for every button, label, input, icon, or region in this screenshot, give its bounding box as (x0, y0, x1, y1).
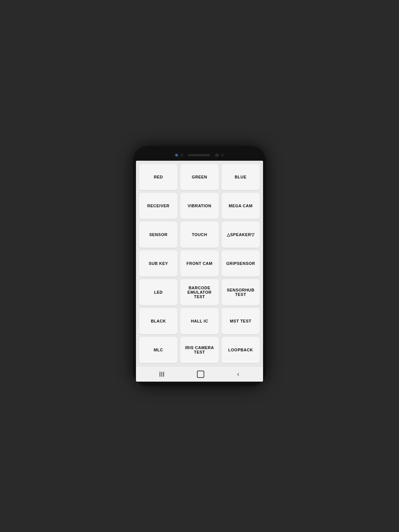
proximity-sensor (175, 154, 178, 157)
grid-cell-barcode-emulator-test[interactable]: BARCODE EMULATOR TEST (180, 279, 219, 306)
navigation-bar: ‹ (136, 366, 263, 382)
grid-cell-red[interactable]: RED (139, 164, 178, 190)
grid-cell-gripsensor[interactable]: GRIPSENSOR (221, 250, 260, 277)
diagnostic-grid: REDGREENBLUERECEIVERVIBRATIONMEGA CAMSEN… (136, 161, 263, 366)
grid-cell-receiver[interactable]: RECEIVER (139, 192, 178, 219)
iris-sensor (180, 154, 183, 157)
grid-cell-led[interactable]: LED (139, 279, 178, 306)
back-button[interactable]: ‹ (237, 370, 239, 378)
grid-cell-touch[interactable]: TOUCH (180, 221, 219, 248)
phone-top-bar (136, 150, 263, 161)
grid-cell-hall-ic[interactable]: HALL IC (180, 308, 219, 334)
grid-cell-mst-test[interactable]: MST TEST (221, 308, 260, 334)
front-camera (215, 153, 219, 157)
screen: REDGREENBLUERECEIVERVIBRATIONMEGA CAMSEN… (136, 161, 263, 382)
grid-cell-speaker[interactable]: △SPEAKER▽ (221, 221, 260, 248)
phone-frame: REDGREENBLUERECEIVERVIBRATIONMEGA CAMSEN… (133, 146, 266, 386)
grid-cell-blue[interactable]: BLUE (221, 164, 260, 190)
grid-cell-green[interactable]: GREEN (180, 164, 219, 190)
grid-cell-sub-key[interactable]: SUB KEY (139, 250, 178, 277)
grid-cell-loopback[interactable]: LOOPBACK (221, 337, 260, 363)
grid-cell-mega-cam[interactable]: MEGA CAM (221, 192, 260, 219)
speaker-dot (221, 154, 224, 157)
grid-cell-mlc[interactable]: MLC (139, 337, 178, 363)
earpiece (188, 154, 210, 156)
recent-apps-button[interactable] (160, 372, 164, 377)
grid-cell-front-cam[interactable]: FRONT CAM (180, 250, 219, 277)
grid-cell-iris-camera-test[interactable]: IRIS CAMERA TEST (180, 337, 219, 363)
grid-cell-black[interactable]: BLACK (139, 308, 178, 334)
grid-cell-sensorhub-test[interactable]: SENSORHUB TEST (221, 279, 260, 306)
grid-cell-sensor[interactable]: SENSOR (139, 221, 178, 248)
home-button[interactable] (197, 371, 204, 378)
grid-cell-vibration[interactable]: VIBRATION (180, 192, 219, 219)
